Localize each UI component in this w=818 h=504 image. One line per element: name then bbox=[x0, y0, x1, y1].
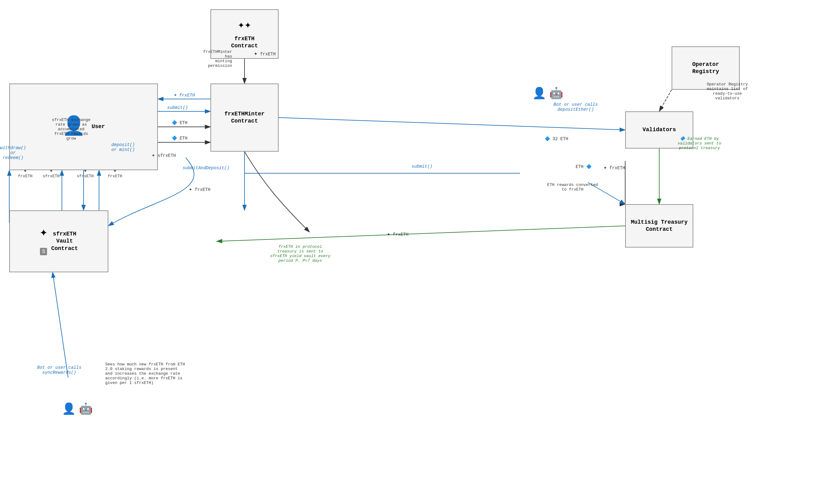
svg-line-25 bbox=[53, 272, 68, 377]
operator-registry-label: OperatorRegistry bbox=[692, 61, 719, 75]
label-sfrxeth-user-row2: ✦sfrxETH bbox=[77, 167, 94, 179]
label-treasury-note: frxETH in protocoltreasury is sent tosfr… bbox=[254, 244, 346, 263]
svg-line-10 bbox=[278, 118, 625, 130]
label-submit-1: submit() bbox=[167, 105, 188, 110]
box-frxeth-minter: frxETHMinterContract bbox=[210, 84, 278, 152]
label-eth-rewards: ETH 🔷 bbox=[576, 164, 592, 169]
label-frxeth-user-row2: ✦frxETH bbox=[108, 167, 122, 179]
label-frxeth-green-arrow: ✦ frxETH bbox=[387, 230, 408, 237]
label-frxeth-validators: ✦ frxETH bbox=[604, 164, 625, 171]
validators-label: Validators bbox=[643, 126, 676, 133]
box-sfrxeth-vault: ✦S sfrxETHVaultContract bbox=[9, 210, 108, 272]
label-earned-eth: 🔷 Earned ETH byvalidators sent toprotoco… bbox=[672, 136, 727, 150]
label-eth-1: 🔷 ETH bbox=[172, 120, 187, 125]
label-eth-rewards-converted: ETH rewards convertedto frxETH bbox=[542, 183, 604, 192]
label-submit-2: submit() bbox=[412, 164, 433, 169]
diagram-container: ✦✦ frxETHContract OperatorRegistry frxET… bbox=[0, 0, 818, 504]
label-minting-permission: frxETHMinterhasmintingpermission bbox=[183, 50, 232, 68]
label-sfrxeth-user-row1: ✦sfrxETH bbox=[43, 167, 60, 179]
bot-user-icons-deposit: 👤🤖 bbox=[532, 87, 563, 100]
sfrxeth-vault-icon: ✦S bbox=[40, 224, 47, 258]
label-32eth: 🔷 32 ETH bbox=[545, 136, 568, 141]
sfrxeth-vault-label: sfrxETHVaultContract bbox=[51, 230, 78, 252]
svg-line-24 bbox=[659, 90, 672, 111]
label-frxeth-curve: ✦ frxETH bbox=[189, 186, 210, 192]
label-submit-and-deposit: submitAndDeposit() bbox=[183, 166, 229, 170]
label-sync-rewards: Bot or user callssyncRewards() bbox=[37, 365, 81, 375]
label-eth-2: 🔷 ETH bbox=[172, 136, 187, 141]
label-frxeth-user: ✦ frxETH bbox=[173, 91, 195, 98]
svg-line-16 bbox=[217, 226, 625, 241]
label-frxeth-1: ✦ frxETH bbox=[254, 50, 276, 57]
label-operator-registry-note: Operator Registrymaintains list ofready-… bbox=[696, 82, 758, 101]
label-withdraw-or-redeem: withdraw()orredeem() bbox=[0, 145, 26, 160]
label-sees-how-much: Sees how much new frxETH from ETH2.0 sta… bbox=[105, 362, 241, 385]
frxeth-minter-label: frxETHMinterContract bbox=[224, 110, 265, 125]
label-sfrxeth-mid: ✦ sfrxETH bbox=[152, 152, 176, 158]
multisig-label: Multisig TreasuryContract bbox=[631, 219, 688, 233]
frxeth-contract-label: frxETHContract bbox=[231, 35, 258, 50]
frxeth-contract-icon: ✦✦ bbox=[231, 18, 258, 33]
label-sfrxeth-exchange: sfrxETH exchangerate grows asaccumulated… bbox=[40, 118, 102, 141]
label-frxeth-user-row: ✦frxETH bbox=[18, 167, 32, 179]
bot-user-icons-bottom: 👤🤖 bbox=[62, 402, 93, 416]
label-deposit-ether: Bot or user callsdepositEther() bbox=[545, 102, 607, 112]
label-deposit-or-mint: deposit()or mint() bbox=[111, 142, 135, 152]
box-multisig: Multisig TreasuryContract bbox=[625, 204, 693, 248]
